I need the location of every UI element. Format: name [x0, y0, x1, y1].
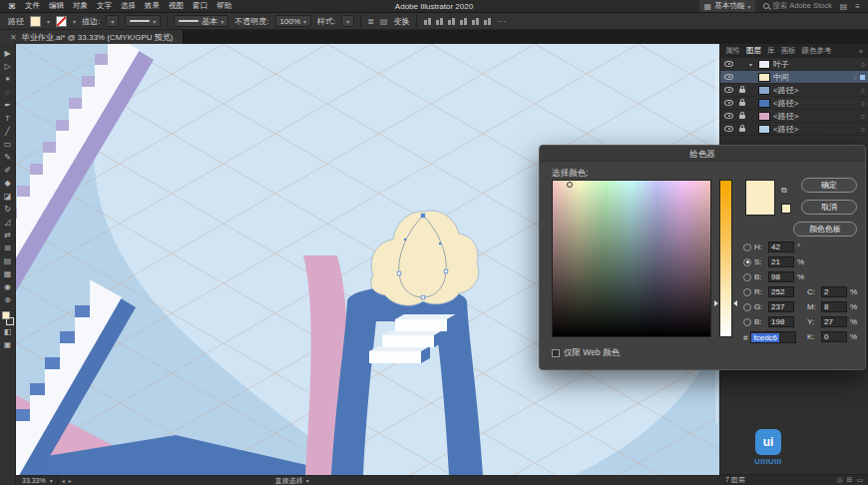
expand-caret-icon[interactable]: ▾ [749, 61, 755, 68]
r-radio[interactable] [743, 288, 751, 296]
color-swatches-button[interactable]: 颜色色板 [793, 222, 857, 237]
k-value-field[interactable]: 0 [821, 331, 847, 342]
anchor-point[interactable] [444, 269, 448, 273]
fill-indicator[interactable] [2, 311, 10, 319]
fill-color-swatch[interactable] [30, 16, 41, 27]
layer-row-selected[interactable]: 中间 ○ [720, 71, 868, 84]
target-circle-icon[interactable]: ○ [861, 61, 865, 68]
color-picker-titlebar[interactable]: 拾色器 [540, 146, 865, 162]
document-setup-icon[interactable]: ≣ [367, 17, 374, 26]
color-field[interactable] [552, 180, 711, 337]
cancel-button[interactable]: 取消 [801, 200, 857, 215]
line-segment-tool[interactable]: ╱ [0, 125, 15, 138]
fill-chevron-icon[interactable]: ▾ [47, 18, 50, 25]
rotate-tool[interactable]: ↻ [0, 203, 15, 216]
g-value-field[interactable]: 237 [768, 301, 794, 312]
delete-layer-icon[interactable]: ▭ [856, 476, 863, 484]
new-layer-icon[interactable]: ⊞ [847, 476, 853, 484]
tab-artboards[interactable]: 画板 [781, 46, 796, 56]
zoom-chevron-icon[interactable]: ▾ [50, 477, 53, 484]
tab-libraries[interactable]: 库 [767, 46, 775, 56]
width-tool[interactable]: ⇄ [0, 229, 15, 242]
stock-search-input[interactable]: 搜索 Adobe Stock [763, 1, 832, 11]
free-transform-tool[interactable]: ⊞ [0, 242, 15, 254]
slider-handle-right-icon[interactable] [733, 300, 737, 306]
align-middle-icon[interactable] [471, 17, 480, 26]
paintbrush-tool[interactable]: ✎ [0, 151, 15, 164]
scale-tool[interactable]: ◿ [0, 216, 15, 229]
tab-color-guide[interactable]: 颜色参考 [802, 46, 832, 56]
gamut-color-swatch[interactable] [781, 204, 791, 214]
visibility-eye-icon[interactable] [724, 100, 733, 106]
selection-tool[interactable]: ▶ [0, 47, 15, 60]
anchor-point[interactable] [397, 271, 401, 275]
menu-view[interactable]: 视图 [169, 1, 184, 11]
lock-icon[interactable] [739, 89, 745, 93]
b2-radio[interactable] [743, 318, 751, 326]
eraser-tool[interactable]: ◪ [0, 190, 15, 203]
arrange-docs-icon[interactable]: ▤ [840, 2, 848, 11]
layer-row[interactable]: <路径> ○ [720, 97, 868, 110]
target-circle-icon[interactable]: ○ [861, 87, 865, 94]
layer-row[interactable]: ▾ 叶子 ○ [720, 58, 868, 71]
menu-help[interactable]: 帮助 [217, 1, 231, 11]
path-point[interactable] [404, 239, 406, 241]
drawing-mode-icon[interactable]: ◧ [0, 325, 15, 338]
visibility-eye-icon[interactable] [724, 74, 733, 80]
screen-mode-icon[interactable]: ▣ [0, 338, 15, 351]
menu-window[interactable]: 窗口 [193, 1, 208, 11]
direct-selection-tool[interactable]: ▷ [0, 60, 15, 73]
hex-value-field[interactable]: fcedc6 [750, 331, 796, 343]
opacity-dropdown[interactable]: 100% ▾ [275, 15, 311, 27]
pen-tool[interactable]: ✒ [0, 99, 15, 112]
stroke-weight-dropdown[interactable]: ▾ [106, 15, 119, 27]
b-radio[interactable] [743, 273, 751, 281]
layer-name[interactable]: 中间 [773, 72, 850, 83]
zoom-tool[interactable]: ⊕ [0, 293, 15, 306]
stroke-chevron-icon[interactable]: ▾ [73, 18, 76, 25]
visibility-eye-icon[interactable] [724, 87, 733, 93]
zoom-level[interactable]: 33.33% [22, 477, 46, 484]
layer-row[interactable]: <路径> ○ [720, 84, 868, 97]
align-right-icon[interactable] [447, 17, 456, 26]
target-circle-icon[interactable]: ○ [861, 126, 865, 133]
target-circle-icon[interactable]: ○ [853, 74, 857, 81]
brush-dropdown[interactable]: 基本 ▾ [174, 15, 228, 27]
magic-wand-tool[interactable]: ✶ [0, 73, 15, 86]
stroke-color-swatch[interactable] [56, 16, 67, 27]
layer-name[interactable]: <路径> [773, 85, 858, 96]
menu-type[interactable]: 文字 [97, 1, 112, 11]
h-radio[interactable] [743, 243, 751, 251]
visibility-eye-icon[interactable] [724, 126, 733, 132]
m-value-field[interactable]: 8 [821, 301, 847, 312]
blend-tool[interactable]: ◉ [0, 280, 15, 293]
s-value-field[interactable]: 21 [768, 256, 794, 267]
layer-name[interactable]: <路径> [773, 98, 858, 109]
artboard-nav-prev-icon[interactable]: ◂ [62, 477, 65, 484]
layer-row[interactable]: <路径> ○ [720, 110, 868, 123]
fill-stroke-indicator[interactable] [2, 311, 14, 325]
mesh-tool[interactable]: ▦ [0, 267, 15, 280]
gradient-tool[interactable]: ▤ [0, 254, 15, 267]
tab-properties[interactable]: 属性 [725, 46, 740, 56]
locate-object-icon[interactable]: ◎ [836, 476, 842, 484]
artboard-nav-next-icon[interactable]: ▸ [69, 477, 72, 484]
web-only-checkbox[interactable] [552, 349, 560, 357]
align-top-icon[interactable] [459, 17, 468, 26]
b-value-field[interactable]: 98 [768, 271, 794, 282]
shaper-tool[interactable]: ◆ [0, 177, 15, 190]
target-circle-icon[interactable]: ○ [861, 113, 865, 120]
document-tab[interactable]: ✕ 毕业作业.ai* @ 33.33% (CMYK/GPU 预览) [0, 30, 184, 44]
close-tab-icon[interactable]: ✕ [10, 33, 17, 42]
panel-collapse-icon[interactable]: » [859, 47, 863, 56]
b2-value-field[interactable]: 198 [768, 316, 794, 327]
h-value-field[interactable]: 42 [768, 242, 794, 252]
more-options-icon[interactable]: ⋯ [498, 17, 506, 26]
layer-name[interactable]: <路径> [773, 111, 858, 122]
visibility-eye-icon[interactable] [724, 113, 733, 119]
rectangle-tool[interactable]: ▭ [0, 138, 15, 151]
align-left-icon[interactable] [423, 17, 432, 26]
menu-effect[interactable]: 效果 [145, 1, 160, 11]
apple-menu-icon[interactable]: ⌘ [8, 2, 16, 11]
layer-name[interactable]: 叶子 [773, 59, 858, 70]
